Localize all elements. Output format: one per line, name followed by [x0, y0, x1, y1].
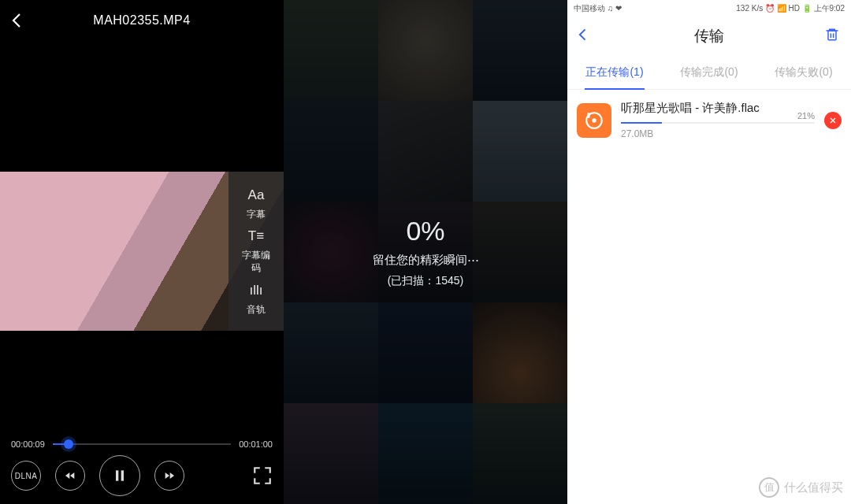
svg-rect-7: [587, 113, 589, 118]
svg-rect-0: [116, 470, 118, 480]
scan-percent: 0%: [406, 216, 444, 246]
rewind-button[interactable]: [55, 461, 85, 491]
seek-thumb[interactable]: [64, 439, 73, 449]
transfer-size: 27.0MB: [621, 128, 815, 139]
video-player-screen: MAH02355.MP4 Aa 字幕 T≡ 字幕编 码 ıllı 音轨 00:0…: [0, 0, 284, 504]
scan-caption: 留住您的精彩瞬间⋯: [373, 253, 479, 268]
time-total: 00:01:00: [239, 439, 273, 449]
trash-icon[interactable]: [824, 27, 840, 46]
status-right: 132 K/s ⏰ 📶 HD 🔋 上午9:02: [736, 3, 845, 14]
tab-in-progress[interactable]: 正在传输(1): [567, 55, 662, 89]
dlna-button[interactable]: DLNA: [11, 461, 41, 491]
tab-completed[interactable]: 传输完成(0): [662, 55, 756, 89]
subtitle-label: 字幕: [247, 209, 266, 220]
audio-label: 音轨: [247, 304, 266, 315]
seek-bar[interactable]: [53, 443, 231, 445]
transfer-tabs: 正在传输(1) 传输完成(0) 传输失败(0): [567, 55, 851, 90]
time-current: 00:00:09: [11, 439, 45, 449]
seek-row: 00:00:09 00:01:00: [0, 439, 284, 449]
watermark-badge: 值: [759, 477, 779, 498]
audio-track-option[interactable]: ıllı 音轨: [247, 282, 266, 316]
progress-percent: 21%: [797, 111, 815, 120]
watermark-text: 什么值得买: [784, 480, 843, 495]
gallery-scan-screen: 中国移动 ❤ 4.6 K/s ⏰ 📶 HD 🔋 早上8:46 0% 留住您的精彩…: [284, 0, 567, 504]
svg-rect-1: [121, 470, 124, 480]
file-music-icon: [577, 103, 611, 138]
back-icon[interactable]: [8, 11, 27, 30]
watermark: 值 什么值得买: [759, 477, 843, 498]
subtitle-icon: Aa: [247, 187, 266, 205]
subtitle-encoding-option[interactable]: T≡ 字幕编 码: [242, 228, 270, 274]
encoding-icon: T≡: [242, 228, 270, 246]
scan-count: (已扫描：1545): [388, 274, 463, 288]
video-title: MAH02355.MP4: [27, 13, 257, 28]
tab-failed[interactable]: 传输失败(0): [756, 55, 851, 89]
transfer-screen: 中国移动 ♫ ❤ 132 K/s ⏰ 📶 HD 🔋 上午9:02 传输 正在传输…: [567, 0, 851, 504]
transfer-filename: 听那星光歌唱 - 许美静.flac: [621, 101, 815, 116]
status-carrier: 中国移动 ♫ ❤: [574, 3, 622, 14]
audio-icon: ıllı: [247, 282, 266, 300]
video-options-panel: Aa 字幕 T≡ 字幕编 码 ıllı 音轨: [229, 172, 284, 331]
fullscreen-icon[interactable]: [252, 465, 273, 486]
scan-overlay: 0% 留住您的精彩瞬间⋯ (已扫描：1545): [284, 0, 567, 504]
progress-bar: 21%: [621, 122, 815, 124]
transfer-item: 听那星光歌唱 - 许美静.flac 21% 27.0MB: [567, 90, 851, 147]
encoding-label: 字幕编 码: [242, 250, 270, 273]
subtitle-option[interactable]: Aa 字幕: [247, 187, 266, 220]
status-bar: 中国移动 ♫ ❤ 132 K/s ⏰ 📶 HD 🔋 上午9:02: [567, 0, 851, 17]
page-title: 传输: [567, 26, 851, 46]
cancel-transfer-button[interactable]: [824, 112, 842, 129]
svg-rect-2: [828, 31, 836, 40]
pause-button[interactable]: [99, 455, 140, 496]
svg-point-6: [592, 118, 596, 122]
forward-button[interactable]: [154, 461, 184, 491]
